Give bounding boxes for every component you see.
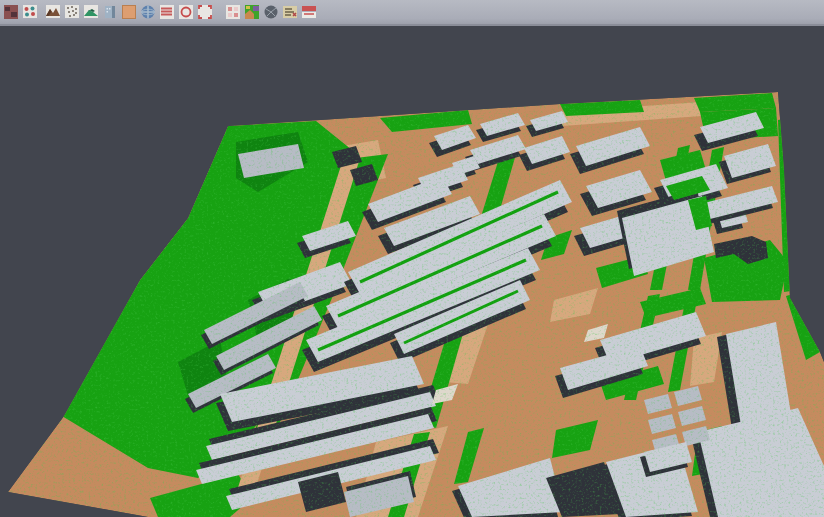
delete-area-button[interactable]: [300, 3, 318, 21]
terrain-group: [0, 26, 824, 517]
classification-map-icon: [244, 4, 260, 20]
load-points-icon: [3, 4, 19, 20]
zoom-extents-icon: [197, 4, 213, 20]
mesh-sphere-button[interactable]: [262, 3, 280, 21]
grid-select-button[interactable]: [224, 3, 242, 21]
main-toolbar: [0, 0, 824, 26]
terrain-vegetation-button[interactable]: [82, 3, 100, 21]
ortho-image-button[interactable]: [120, 3, 138, 21]
point-cloud-scene: [0, 26, 824, 517]
circle-select-icon: [178, 4, 194, 20]
globe-view-icon: [140, 4, 156, 20]
dem-surface-button[interactable]: [44, 3, 62, 21]
ortho-image-icon: [121, 4, 137, 20]
profile-tool-button[interactable]: [158, 3, 176, 21]
dem-surface-icon: [45, 4, 61, 20]
classify-colors-icon: [22, 4, 38, 20]
viewport-3d[interactable]: [0, 26, 824, 517]
delete-area-icon: [301, 4, 317, 20]
mesh-sphere-icon: [263, 4, 279, 20]
point-cloud-button[interactable]: [63, 3, 81, 21]
measure-tool-button[interactable]: [281, 3, 299, 21]
point-speckle: [0, 26, 824, 517]
circle-select-button[interactable]: [177, 3, 195, 21]
grid-select-icon: [225, 4, 241, 20]
buildings-view-icon: [102, 4, 118, 20]
point-cloud-icon: [64, 4, 80, 20]
classification-map-button[interactable]: [243, 3, 261, 21]
terrain-vegetation-icon: [83, 4, 99, 20]
load-points-button[interactable]: [2, 3, 20, 21]
application-window: [0, 0, 824, 517]
classify-colors-button[interactable]: [21, 3, 39, 21]
measure-tool-icon: [282, 4, 298, 20]
globe-view-button[interactable]: [139, 3, 157, 21]
zoom-extents-button[interactable]: [196, 3, 214, 21]
buildings-view-button[interactable]: [101, 3, 119, 21]
profile-tool-icon: [159, 4, 175, 20]
